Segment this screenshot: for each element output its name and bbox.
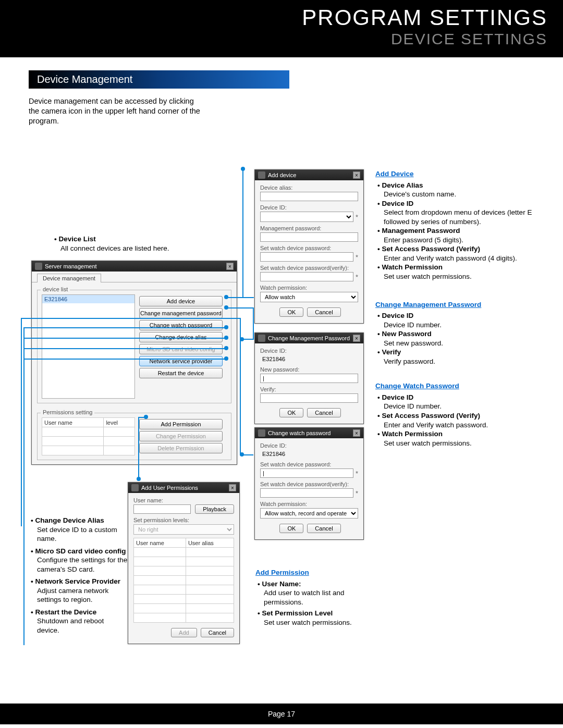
connector-line bbox=[253, 307, 254, 339]
verify-label: Verify: bbox=[260, 386, 358, 392]
device-list[interactable]: E321846 bbox=[42, 294, 135, 399]
perm-level-select[interactable]: No right bbox=[133, 524, 234, 535]
permissions-table: User name level bbox=[42, 417, 135, 455]
list-item[interactable]: E321846 bbox=[42, 295, 134, 303]
table-row[interactable] bbox=[42, 446, 135, 455]
add-device-button[interactable]: Add device bbox=[139, 296, 223, 306]
dialog-titlebar: Server management × bbox=[32, 261, 237, 272]
watch-perm-select[interactable]: Allow watch bbox=[260, 292, 358, 302]
table-row[interactable] bbox=[134, 604, 234, 613]
delete-permission-button[interactable]: Delete Permission bbox=[139, 443, 223, 453]
connector-line bbox=[138, 417, 139, 479]
app-icon bbox=[258, 335, 265, 342]
add-perm-notes: Add Permission User Name: Add user to wa… bbox=[255, 568, 375, 627]
table-row[interactable] bbox=[134, 548, 234, 557]
user-name-input[interactable] bbox=[133, 504, 191, 514]
device-id-label: Device ID: bbox=[260, 348, 358, 354]
table-row[interactable] bbox=[42, 427, 135, 437]
watch-pwd-verify-input[interactable] bbox=[260, 488, 353, 498]
table-row[interactable] bbox=[134, 595, 234, 604]
close-icon[interactable]: × bbox=[226, 263, 234, 270]
cancel-button[interactable]: Cancel bbox=[307, 408, 340, 417]
ok-button[interactable]: OK bbox=[279, 408, 303, 417]
page-number: Page 17 bbox=[268, 710, 295, 718]
table-row[interactable] bbox=[134, 585, 234, 595]
device-id-value bbox=[260, 450, 358, 458]
close-icon[interactable]: × bbox=[229, 484, 236, 491]
cancel-button[interactable]: Cancel bbox=[307, 307, 340, 317]
page-content: Device Management Device management can … bbox=[0, 57, 563, 698]
note-title: Change Management Password bbox=[375, 300, 537, 310]
connector-dot bbox=[144, 415, 148, 419]
change-alias-button[interactable]: Change device alias bbox=[139, 332, 223, 342]
app-icon bbox=[131, 484, 139, 491]
device-list-note: Device List All connect devices are list… bbox=[52, 235, 219, 253]
required-star: * bbox=[356, 470, 358, 477]
server-management-dialog: Server management × Device management de… bbox=[31, 261, 237, 465]
device-id-label: Device ID: bbox=[260, 442, 358, 449]
cancel-button[interactable]: Cancel bbox=[307, 524, 340, 533]
connector-line bbox=[242, 169, 243, 297]
watch-pwd-input[interactable] bbox=[260, 468, 353, 478]
note-title: Add Device bbox=[375, 169, 537, 179]
new-pwd-input[interactable] bbox=[260, 374, 358, 383]
connector-line bbox=[242, 339, 254, 340]
connector-line bbox=[21, 318, 22, 526]
close-icon[interactable]: × bbox=[353, 171, 360, 179]
table-row[interactable] bbox=[134, 613, 234, 623]
add-button[interactable]: Add bbox=[171, 628, 197, 637]
watch-pwd-input[interactable] bbox=[260, 252, 353, 262]
close-icon[interactable]: × bbox=[353, 335, 360, 342]
change-mgmt-pwd-button[interactable]: Change management password bbox=[139, 308, 223, 318]
connector-dot bbox=[224, 336, 228, 340]
dialog-title: Change Management Password bbox=[268, 335, 350, 341]
left-notes: Change Device Alias Set device ID to a c… bbox=[29, 516, 128, 635]
col-user: User name bbox=[134, 538, 186, 548]
alias-input[interactable] bbox=[260, 192, 358, 201]
connector-line bbox=[23, 359, 228, 360]
restart-device-button[interactable]: Restart the device bbox=[139, 368, 223, 378]
table-row[interactable] bbox=[134, 576, 234, 585]
connector-line bbox=[240, 318, 241, 454]
playback-button[interactable]: Playback bbox=[195, 504, 234, 514]
col-user: User name bbox=[42, 418, 104, 427]
table-row[interactable] bbox=[134, 566, 234, 576]
dialog-title: Server management bbox=[45, 263, 97, 269]
add-permission-button[interactable]: Add Permission bbox=[139, 419, 223, 429]
required-star: * bbox=[356, 273, 358, 281]
notes-chg-mgmt: Change Management Password Device ID Dev… bbox=[375, 300, 537, 366]
mgmt-pwd-input[interactable] bbox=[260, 232, 358, 242]
connector-line bbox=[23, 338, 228, 339]
dialog-titlebar: Add User Permissions × bbox=[128, 483, 239, 493]
new-pwd-label: New password: bbox=[260, 366, 358, 373]
watch-pwd-label: Set watch device password: bbox=[260, 461, 358, 467]
note-title: Change Watch Password bbox=[375, 381, 537, 391]
ok-button[interactable]: OK bbox=[279, 307, 303, 317]
watch-perm-label: Watch permission: bbox=[260, 501, 358, 507]
connector-dot bbox=[224, 356, 228, 361]
note-desc: All connect devices are listed here. bbox=[60, 244, 219, 253]
col-level: level bbox=[104, 418, 135, 427]
table-row[interactable] bbox=[42, 437, 135, 446]
tab-device-management[interactable]: Device management bbox=[37, 274, 101, 282]
ok-button[interactable]: OK bbox=[279, 524, 303, 533]
cancel-button[interactable]: Cancel bbox=[201, 628, 234, 637]
watch-pwd-label: Set watch device password: bbox=[260, 245, 358, 251]
table-row[interactable] bbox=[134, 557, 234, 566]
verify-input[interactable] bbox=[260, 393, 358, 403]
dialog-titlebar: Add device × bbox=[255, 170, 363, 180]
watch-pwd-verify-input[interactable] bbox=[260, 272, 353, 281]
permissions-group: Permissions setting User name level bbox=[37, 413, 231, 460]
network-provider-button[interactable]: Network service provider bbox=[139, 356, 223, 366]
connector-dot bbox=[240, 452, 244, 456]
connector-dot bbox=[224, 346, 228, 350]
change-permission-button[interactable]: Change Permission bbox=[139, 431, 223, 441]
change-watch-pwd-button[interactable]: Change watch password bbox=[139, 320, 223, 330]
dialog-titlebar: Change watch password × bbox=[255, 428, 363, 438]
sd-config-button[interactable]: Micro SD card video config bbox=[139, 344, 223, 354]
change-watch-pwd-dialog: Change watch password × Device ID: Set w… bbox=[254, 427, 364, 540]
device-id-select[interactable] bbox=[260, 212, 353, 222]
close-icon[interactable]: × bbox=[353, 429, 360, 437]
watch-perm-select[interactable]: Allow watch, record and operate bbox=[260, 508, 358, 519]
dialog-titlebar: Change Management Password × bbox=[255, 333, 363, 343]
